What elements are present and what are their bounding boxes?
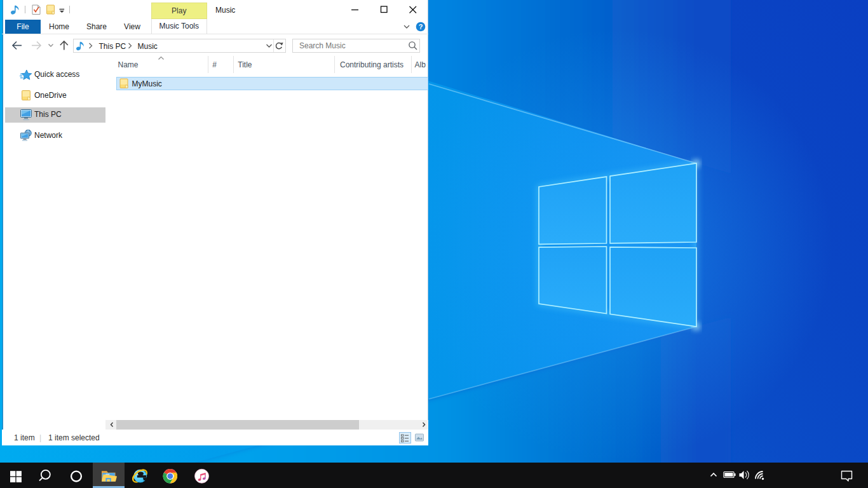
svg-text:?: ? xyxy=(419,23,423,30)
